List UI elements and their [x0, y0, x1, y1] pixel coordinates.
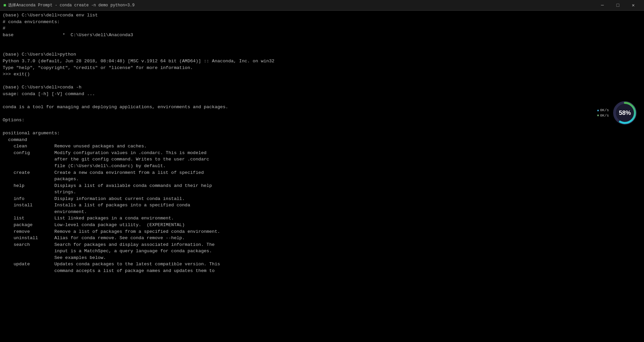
terminal-line: [3, 97, 641, 104]
title-bar: ■ 选择Anaconda Prompt - conda create -n de…: [0, 0, 644, 11]
terminal-line: search Search for packages and display a…: [3, 242, 641, 248]
terminal-line: info Display information about current c…: [3, 196, 641, 202]
terminal-content: (base) C:\Users\dell>conda env list# con…: [3, 12, 641, 274]
terminal-line: remove Remove a list of packages from a …: [3, 228, 641, 235]
network-labels: ▲ 0K/s ▼ 0K/s: [597, 108, 609, 118]
terminal-line: positional arguments:: [3, 130, 641, 137]
title-bar-controls: ─ □ ✕: [595, 0, 641, 11]
terminal-line: See examples below.: [3, 255, 641, 261]
terminal-line: # conda environments:: [3, 19, 641, 25]
cpu-percent: 58%: [619, 110, 631, 117]
terminal-line: after the git config command. Writes to …: [3, 156, 641, 163]
terminal-line: [3, 45, 641, 52]
terminal-line: update Updates conda packages to the lat…: [3, 261, 641, 268]
upload-speed: ▲ 0K/s: [597, 108, 609, 112]
terminal-line: Options:: [3, 117, 641, 124]
terminal-line: package Low-level conda package utility.…: [3, 222, 641, 228]
network-widget: ▲ 0K/s ▼ 0K/s: [610, 98, 640, 128]
terminal-line: conda is a tool for managing and deployi…: [3, 104, 641, 111]
terminal-line: command accepts a list of package names …: [3, 268, 641, 274]
terminal-line: (base) C:\Users\dell>conda env list: [3, 12, 641, 19]
terminal-line: #: [3, 25, 641, 32]
terminal-line: environment.: [3, 209, 641, 215]
terminal-line: input is a MatchSpec, a query language f…: [3, 248, 641, 255]
download-speed-value: 0K/s: [600, 114, 609, 118]
terminal-line: [3, 38, 641, 45]
terminal-line: Python 3.7.0 (default, Jun 28 2018, 08:0…: [3, 58, 641, 65]
terminal-window[interactable]: (base) C:\Users\dell>conda env list# con…: [0, 11, 644, 342]
terminal-line: strings.: [3, 189, 641, 196]
upload-speed-value: 0K/s: [600, 108, 609, 112]
terminal-line: [3, 110, 641, 117]
close-button[interactable]: ✕: [626, 0, 641, 11]
terminal-line: file (C:\Users\dell\.condarc) by default…: [3, 163, 641, 169]
terminal-line: [3, 78, 641, 84]
terminal-line: (base) C:\Users\dell>conda -h: [3, 84, 641, 91]
terminal-line: command: [3, 137, 641, 143]
title-bar-icon: ■: [3, 3, 6, 8]
terminal-line: base * C:\Users\dell\Anaconda3: [3, 32, 641, 39]
terminal-line: list List linked packages in a conda env…: [3, 215, 641, 222]
terminal-line: usage: conda [-h] [-V] command ...: [3, 91, 641, 97]
terminal-line: help Displays a list of available conda …: [3, 183, 641, 189]
down-arrow-icon: ▼: [597, 114, 599, 118]
minimize-button[interactable]: ─: [595, 0, 610, 11]
terminal-line: packages.: [3, 176, 641, 183]
maximize-button[interactable]: □: [610, 0, 625, 11]
up-arrow-icon: ▲: [597, 109, 599, 112]
terminal-line: create Create a new conda environment fr…: [3, 169, 641, 176]
cpu-circle: 58%: [612, 100, 638, 126]
download-speed: ▼ 0K/s: [597, 114, 609, 118]
terminal-line: config Modify configuration values in .c…: [3, 150, 641, 156]
terminal-line: install Installs a list of packages into…: [3, 202, 641, 209]
terminal-line: >>> exit(): [3, 71, 641, 78]
terminal-line: Type "help", "copyright", "credits" or "…: [3, 65, 641, 71]
title-bar-title: 选择Anaconda Prompt - conda create -n demo…: [8, 2, 595, 8]
terminal-line: clean Remove unused packages and caches.: [3, 143, 641, 150]
terminal-line: [3, 124, 641, 130]
terminal-line: uninstall Alias for conda remove. See co…: [3, 235, 641, 242]
terminal-line: (base) C:\Users\dell>python: [3, 51, 641, 58]
